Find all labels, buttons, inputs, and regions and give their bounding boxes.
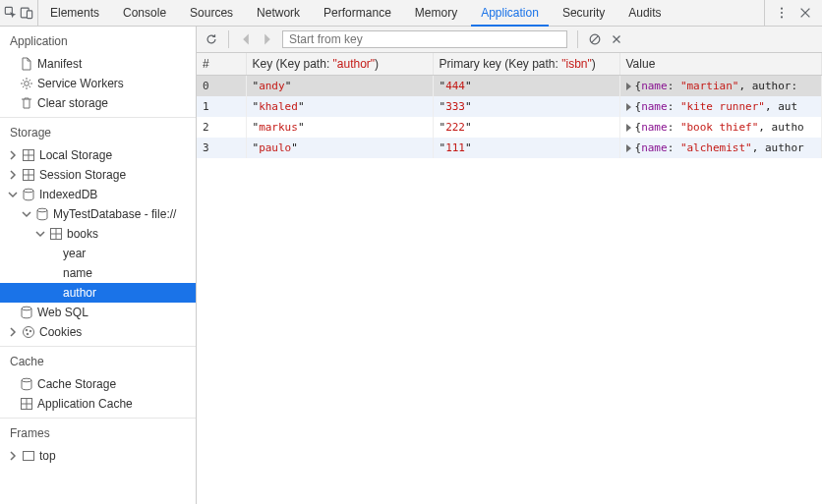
col-header-key[interactable]: Key (Key path: "author") bbox=[246, 53, 433, 76]
database-icon bbox=[20, 377, 33, 391]
chevron-down-icon bbox=[8, 190, 18, 199]
sidebar-label: Service Workers bbox=[37, 77, 124, 90]
section-application: Application bbox=[0, 27, 196, 54]
section-cache: Cache bbox=[0, 347, 196, 374]
sidebar-item-frame-top[interactable]: top bbox=[0, 446, 196, 466]
expand-icon[interactable] bbox=[626, 83, 631, 90]
sidebar-label: Cache Storage bbox=[37, 377, 116, 391]
col-header-index[interactable]: # bbox=[197, 53, 246, 76]
svg-point-10 bbox=[37, 208, 47, 212]
application-sidebar: Application Manifest Service Workers Cle… bbox=[0, 27, 197, 504]
tab-memory[interactable]: Memory bbox=[403, 0, 469, 26]
indexeddb-toolbar bbox=[197, 27, 822, 53]
section-storage: Storage bbox=[0, 118, 196, 145]
sidebar-label: Manifest bbox=[37, 57, 82, 71]
table-row[interactable]: 3"paulo""111"{name: "alchemist", author bbox=[197, 138, 822, 158]
tab-sources[interactable]: Sources bbox=[178, 0, 245, 26]
svg-point-12 bbox=[22, 307, 31, 310]
database-icon bbox=[35, 207, 49, 221]
file-icon bbox=[20, 57, 33, 71]
grid-icon bbox=[22, 168, 35, 182]
frame-icon bbox=[22, 449, 35, 463]
refresh-icon[interactable] bbox=[205, 32, 218, 46]
svg-point-13 bbox=[24, 327, 34, 338]
sidebar-item-objectstore-books[interactable]: books bbox=[0, 224, 196, 244]
inspect-icon[interactable] bbox=[4, 6, 18, 20]
delete-selected-icon[interactable] bbox=[610, 32, 623, 46]
chevron-down-icon bbox=[35, 229, 45, 239]
cookie-icon bbox=[22, 325, 35, 339]
gear-icon bbox=[20, 77, 33, 90]
table-row[interactable]: 1"khaled""333"{name: "kite runner", aut bbox=[197, 96, 822, 117]
sidebar-item-cookies[interactable]: Cookies bbox=[0, 322, 196, 342]
expand-icon[interactable] bbox=[626, 124, 631, 132]
sidebar-item-database[interactable]: MyTestDatabase - file:// bbox=[0, 204, 196, 224]
sidebar-item-cache-storage[interactable]: Cache Storage bbox=[0, 374, 196, 394]
table-row[interactable]: 0"andy""444"{name: "martian", author: bbox=[197, 76, 822, 96]
next-page-icon[interactable] bbox=[261, 32, 274, 46]
clear-objectstore-icon[interactable] bbox=[588, 32, 602, 46]
svg-point-4 bbox=[781, 12, 783, 14]
expand-icon[interactable] bbox=[626, 144, 631, 152]
col-header-primary-key[interactable]: Primary key (Key path: "isbn") bbox=[433, 53, 619, 76]
sidebar-label: Local Storage bbox=[39, 148, 112, 162]
svg-rect-2 bbox=[27, 11, 31, 19]
tab-application[interactable]: Application bbox=[469, 0, 551, 26]
tab-elements[interactable]: Elements bbox=[38, 0, 111, 26]
table-row[interactable]: 2"markus""222"{name: "book thief", autho bbox=[197, 117, 822, 138]
sidebar-item-index-name[interactable]: name bbox=[0, 263, 196, 283]
tab-security[interactable]: Security bbox=[551, 0, 616, 26]
col-header-value[interactable]: Value bbox=[619, 53, 822, 76]
sidebar-item-index-author[interactable]: author bbox=[0, 283, 196, 303]
svg-point-16 bbox=[27, 333, 29, 335]
sidebar-item-index-year[interactable]: year bbox=[0, 244, 196, 263]
sidebar-item-indexeddb[interactable]: IndexedDB bbox=[0, 185, 196, 204]
start-from-key-input[interactable] bbox=[282, 30, 567, 48]
section-frames: Frames bbox=[0, 419, 196, 446]
database-icon bbox=[22, 188, 35, 201]
sidebar-label: MyTestDatabase - file:// bbox=[53, 207, 176, 221]
sidebar-label: name bbox=[63, 266, 92, 280]
grid-icon bbox=[22, 148, 35, 162]
sidebar-label: Application Cache bbox=[37, 397, 133, 411]
svg-point-17 bbox=[22, 378, 31, 382]
chevron-right-icon bbox=[8, 451, 18, 461]
tab-network[interactable]: Network bbox=[245, 0, 312, 26]
sidebar-item-websql[interactable]: Web SQL bbox=[0, 303, 196, 322]
svg-rect-19 bbox=[24, 452, 34, 461]
sidebar-item-service-workers[interactable]: Service Workers bbox=[0, 74, 196, 93]
chevron-right-icon bbox=[8, 150, 18, 160]
svg-point-14 bbox=[26, 329, 28, 331]
sidebar-label: IndexedDB bbox=[39, 188, 97, 201]
sidebar-item-application-cache[interactable]: Application Cache bbox=[0, 394, 196, 414]
expand-icon[interactable] bbox=[626, 103, 631, 111]
sidebar-label: Cookies bbox=[39, 325, 82, 339]
prev-page-icon[interactable] bbox=[239, 32, 253, 46]
svg-point-5 bbox=[781, 16, 783, 18]
chevron-down-icon bbox=[22, 209, 31, 219]
svg-point-9 bbox=[24, 189, 33, 193]
sidebar-item-manifest[interactable]: Manifest bbox=[0, 54, 196, 74]
svg-point-6 bbox=[25, 82, 29, 86]
sidebar-label: year bbox=[63, 247, 86, 260]
sidebar-item-clear-storage[interactable]: Clear storage bbox=[0, 93, 196, 113]
sidebar-label: Clear storage bbox=[37, 96, 108, 110]
kebab-menu-icon[interactable] bbox=[775, 6, 789, 20]
tab-performance[interactable]: Performance bbox=[312, 0, 403, 26]
svg-point-3 bbox=[781, 8, 783, 10]
sidebar-item-local-storage[interactable]: Local Storage bbox=[0, 145, 196, 165]
svg-point-15 bbox=[29, 330, 31, 332]
sidebar-item-session-storage[interactable]: Session Storage bbox=[0, 165, 196, 185]
tab-console[interactable]: Console bbox=[111, 0, 178, 26]
grid-icon bbox=[20, 397, 33, 411]
chevron-right-icon bbox=[8, 327, 18, 337]
tab-audits[interactable]: Audits bbox=[616, 0, 673, 26]
grid-icon bbox=[49, 227, 63, 241]
sidebar-label: Web SQL bbox=[37, 306, 88, 319]
trash-icon bbox=[20, 96, 33, 110]
device-toggle-icon[interactable] bbox=[20, 6, 33, 20]
sidebar-label: Session Storage bbox=[39, 168, 126, 182]
sidebar-label: author bbox=[63, 286, 96, 300]
sidebar-label: books bbox=[67, 227, 98, 241]
close-devtools-icon[interactable] bbox=[798, 6, 812, 20]
